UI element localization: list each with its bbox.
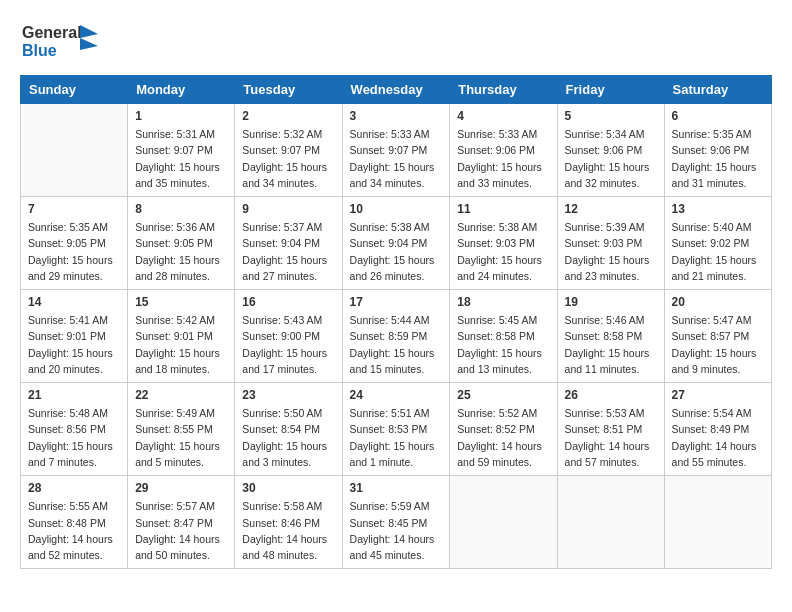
day-info: Sunrise: 5:38 AMSunset: 9:04 PMDaylight:… xyxy=(350,219,443,284)
day-info: Sunrise: 5:36 AMSunset: 9:05 PMDaylight:… xyxy=(135,219,227,284)
day-number: 12 xyxy=(565,202,657,216)
day-number: 23 xyxy=(242,388,334,402)
day-info: Sunrise: 5:33 AMSunset: 9:06 PMDaylight:… xyxy=(457,126,549,191)
calendar-day-cell: 20Sunrise: 5:47 AMSunset: 8:57 PMDayligh… xyxy=(664,290,771,383)
day-info: Sunrise: 5:43 AMSunset: 9:00 PMDaylight:… xyxy=(242,312,334,377)
day-info: Sunrise: 5:47 AMSunset: 8:57 PMDaylight:… xyxy=(672,312,764,377)
day-info: Sunrise: 5:52 AMSunset: 8:52 PMDaylight:… xyxy=(457,405,549,470)
day-info: Sunrise: 5:59 AMSunset: 8:45 PMDaylight:… xyxy=(350,498,443,563)
weekday-header: Thursday xyxy=(450,76,557,104)
svg-marker-2 xyxy=(80,25,98,38)
calendar-day-cell: 15Sunrise: 5:42 AMSunset: 9:01 PMDayligh… xyxy=(128,290,235,383)
day-number: 9 xyxy=(242,202,334,216)
day-number: 4 xyxy=(457,109,549,123)
day-info: Sunrise: 5:55 AMSunset: 8:48 PMDaylight:… xyxy=(28,498,120,563)
day-number: 1 xyxy=(135,109,227,123)
calendar-day-cell: 25Sunrise: 5:52 AMSunset: 8:52 PMDayligh… xyxy=(450,383,557,476)
day-number: 27 xyxy=(672,388,764,402)
day-info: Sunrise: 5:44 AMSunset: 8:59 PMDaylight:… xyxy=(350,312,443,377)
calendar-day-cell: 22Sunrise: 5:49 AMSunset: 8:55 PMDayligh… xyxy=(128,383,235,476)
svg-marker-3 xyxy=(80,38,98,50)
calendar-day-cell: 7Sunrise: 5:35 AMSunset: 9:05 PMDaylight… xyxy=(21,197,128,290)
day-number: 17 xyxy=(350,295,443,309)
calendar-header-row: SundayMondayTuesdayWednesdayThursdayFrid… xyxy=(21,76,772,104)
day-info: Sunrise: 5:40 AMSunset: 9:02 PMDaylight:… xyxy=(672,219,764,284)
day-number: 30 xyxy=(242,481,334,495)
calendar-day-cell: 18Sunrise: 5:45 AMSunset: 8:58 PMDayligh… xyxy=(450,290,557,383)
day-info: Sunrise: 5:34 AMSunset: 9:06 PMDaylight:… xyxy=(565,126,657,191)
day-info: Sunrise: 5:35 AMSunset: 9:06 PMDaylight:… xyxy=(672,126,764,191)
day-number: 11 xyxy=(457,202,549,216)
calendar-day-cell: 26Sunrise: 5:53 AMSunset: 8:51 PMDayligh… xyxy=(557,383,664,476)
day-number: 21 xyxy=(28,388,120,402)
day-number: 15 xyxy=(135,295,227,309)
day-number: 6 xyxy=(672,109,764,123)
calendar-day-cell: 6Sunrise: 5:35 AMSunset: 9:06 PMDaylight… xyxy=(664,104,771,197)
day-info: Sunrise: 5:53 AMSunset: 8:51 PMDaylight:… xyxy=(565,405,657,470)
logo-svg: GeneralBlue xyxy=(20,20,100,65)
day-number: 7 xyxy=(28,202,120,216)
calendar-day-cell: 4Sunrise: 5:33 AMSunset: 9:06 PMDaylight… xyxy=(450,104,557,197)
calendar-day-cell: 21Sunrise: 5:48 AMSunset: 8:56 PMDayligh… xyxy=(21,383,128,476)
day-info: Sunrise: 5:39 AMSunset: 9:03 PMDaylight:… xyxy=(565,219,657,284)
calendar-week-row: 28Sunrise: 5:55 AMSunset: 8:48 PMDayligh… xyxy=(21,476,772,569)
weekday-header: Tuesday xyxy=(235,76,342,104)
calendar-day-cell xyxy=(450,476,557,569)
day-info: Sunrise: 5:38 AMSunset: 9:03 PMDaylight:… xyxy=(457,219,549,284)
calendar-day-cell: 9Sunrise: 5:37 AMSunset: 9:04 PMDaylight… xyxy=(235,197,342,290)
day-info: Sunrise: 5:33 AMSunset: 9:07 PMDaylight:… xyxy=(350,126,443,191)
day-number: 8 xyxy=(135,202,227,216)
day-info: Sunrise: 5:46 AMSunset: 8:58 PMDaylight:… xyxy=(565,312,657,377)
calendar-week-row: 21Sunrise: 5:48 AMSunset: 8:56 PMDayligh… xyxy=(21,383,772,476)
calendar-day-cell xyxy=(557,476,664,569)
day-info: Sunrise: 5:58 AMSunset: 8:46 PMDaylight:… xyxy=(242,498,334,563)
calendar-day-cell: 10Sunrise: 5:38 AMSunset: 9:04 PMDayligh… xyxy=(342,197,450,290)
calendar-day-cell xyxy=(21,104,128,197)
calendar-day-cell: 29Sunrise: 5:57 AMSunset: 8:47 PMDayligh… xyxy=(128,476,235,569)
svg-text:General: General xyxy=(22,24,82,41)
day-info: Sunrise: 5:54 AMSunset: 8:49 PMDaylight:… xyxy=(672,405,764,470)
calendar-week-row: 14Sunrise: 5:41 AMSunset: 9:01 PMDayligh… xyxy=(21,290,772,383)
day-info: Sunrise: 5:35 AMSunset: 9:05 PMDaylight:… xyxy=(28,219,120,284)
calendar-week-row: 1Sunrise: 5:31 AMSunset: 9:07 PMDaylight… xyxy=(21,104,772,197)
calendar-day-cell: 16Sunrise: 5:43 AMSunset: 9:00 PMDayligh… xyxy=(235,290,342,383)
calendar-day-cell: 1Sunrise: 5:31 AMSunset: 9:07 PMDaylight… xyxy=(128,104,235,197)
calendar-day-cell: 11Sunrise: 5:38 AMSunset: 9:03 PMDayligh… xyxy=(450,197,557,290)
day-number: 29 xyxy=(135,481,227,495)
calendar-week-row: 7Sunrise: 5:35 AMSunset: 9:05 PMDaylight… xyxy=(21,197,772,290)
day-info: Sunrise: 5:32 AMSunset: 9:07 PMDaylight:… xyxy=(242,126,334,191)
calendar-day-cell: 3Sunrise: 5:33 AMSunset: 9:07 PMDaylight… xyxy=(342,104,450,197)
day-number: 20 xyxy=(672,295,764,309)
calendar-day-cell: 14Sunrise: 5:41 AMSunset: 9:01 PMDayligh… xyxy=(21,290,128,383)
page-header: GeneralBlue xyxy=(20,20,772,65)
day-info: Sunrise: 5:57 AMSunset: 8:47 PMDaylight:… xyxy=(135,498,227,563)
day-number: 2 xyxy=(242,109,334,123)
day-number: 26 xyxy=(565,388,657,402)
calendar-day-cell: 12Sunrise: 5:39 AMSunset: 9:03 PMDayligh… xyxy=(557,197,664,290)
calendar-table: SundayMondayTuesdayWednesdayThursdayFrid… xyxy=(20,75,772,569)
day-info: Sunrise: 5:42 AMSunset: 9:01 PMDaylight:… xyxy=(135,312,227,377)
calendar-day-cell: 8Sunrise: 5:36 AMSunset: 9:05 PMDaylight… xyxy=(128,197,235,290)
weekday-header: Wednesday xyxy=(342,76,450,104)
calendar-day-cell: 31Sunrise: 5:59 AMSunset: 8:45 PMDayligh… xyxy=(342,476,450,569)
day-number: 19 xyxy=(565,295,657,309)
calendar-day-cell: 13Sunrise: 5:40 AMSunset: 9:02 PMDayligh… xyxy=(664,197,771,290)
day-info: Sunrise: 5:45 AMSunset: 8:58 PMDaylight:… xyxy=(457,312,549,377)
day-number: 16 xyxy=(242,295,334,309)
weekday-header: Friday xyxy=(557,76,664,104)
day-info: Sunrise: 5:51 AMSunset: 8:53 PMDaylight:… xyxy=(350,405,443,470)
day-number: 10 xyxy=(350,202,443,216)
calendar-day-cell: 19Sunrise: 5:46 AMSunset: 8:58 PMDayligh… xyxy=(557,290,664,383)
day-number: 25 xyxy=(457,388,549,402)
day-info: Sunrise: 5:37 AMSunset: 9:04 PMDaylight:… xyxy=(242,219,334,284)
calendar-day-cell: 24Sunrise: 5:51 AMSunset: 8:53 PMDayligh… xyxy=(342,383,450,476)
calendar-day-cell: 30Sunrise: 5:58 AMSunset: 8:46 PMDayligh… xyxy=(235,476,342,569)
day-info: Sunrise: 5:50 AMSunset: 8:54 PMDaylight:… xyxy=(242,405,334,470)
weekday-header: Monday xyxy=(128,76,235,104)
calendar-day-cell: 5Sunrise: 5:34 AMSunset: 9:06 PMDaylight… xyxy=(557,104,664,197)
day-info: Sunrise: 5:41 AMSunset: 9:01 PMDaylight:… xyxy=(28,312,120,377)
svg-text:Blue: Blue xyxy=(22,42,57,59)
day-number: 14 xyxy=(28,295,120,309)
weekday-header: Saturday xyxy=(664,76,771,104)
calendar-day-cell xyxy=(664,476,771,569)
